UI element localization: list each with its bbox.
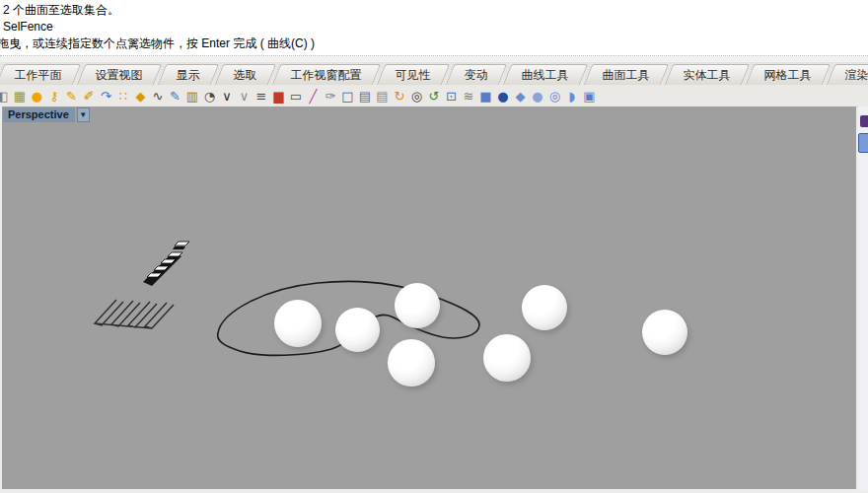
sphere-object xyxy=(274,300,322,347)
tab-label: 网格工具 xyxy=(764,67,812,84)
named-view-icon[interactable]: ⊡ xyxy=(443,88,460,105)
sphere-tool-icon[interactable]: ● xyxy=(495,88,512,105)
command-prompt[interactable]: 拖曳，或连续指定数个点篱选物件，按 Enter 完成 ( 曲线(C) ) xyxy=(0,35,868,52)
tab-label: 工作平面 xyxy=(15,67,62,84)
undo-curve-icon[interactable]: ↷ xyxy=(98,88,114,105)
cube-icon[interactable]: ■ xyxy=(477,88,494,105)
bar-chart-icon[interactable]: ▆ xyxy=(270,88,287,105)
tab-label: 设置视图 xyxy=(96,67,143,84)
tab-label: 渲染工具 xyxy=(845,67,868,84)
curve-points-icon[interactable]: ∿ xyxy=(150,88,167,105)
tab-label: 显示 xyxy=(177,67,200,84)
tab-5[interactable]: 工作视窗配置 xyxy=(272,64,381,85)
dock-icon[interactable]: ≋ xyxy=(461,88,477,105)
chevron-down-icon: ▼ xyxy=(79,110,87,119)
brush-icon[interactable]: ✐ xyxy=(81,88,98,105)
comb-wireframe-object xyxy=(95,300,174,328)
blob-icon[interactable]: ◗ xyxy=(564,88,581,105)
fan-gray-icon[interactable]: ▤ xyxy=(374,88,391,105)
monitor-icon[interactable]: □ xyxy=(339,88,356,105)
lamp-icon[interactable]: ● xyxy=(29,88,45,105)
command-history-line: 2 个曲面至选取集合。 xyxy=(0,0,868,19)
pencil-icon[interactable]: ✎ xyxy=(167,88,183,105)
tab-7[interactable]: 变动 xyxy=(446,64,507,85)
magnifier-icon[interactable]: ◎ xyxy=(408,88,425,105)
fan-pages-icon[interactable]: ▤ xyxy=(357,88,374,105)
tab-9[interactable]: 曲面工具 xyxy=(584,64,669,85)
sphere-object xyxy=(642,310,687,355)
lock-icon[interactable]: ◧ xyxy=(0,88,11,105)
panel-icon[interactable]: ▭ xyxy=(288,88,305,105)
dot-grid-icon[interactable]: ∷ xyxy=(115,88,132,105)
tab-11[interactable]: 网格工具 xyxy=(746,64,831,85)
command-history-line: SelFence xyxy=(0,19,868,35)
tab-label: 可见性 xyxy=(396,67,431,84)
tab-1[interactable]: 工作平面 xyxy=(0,64,81,85)
tab-label: 变动 xyxy=(465,67,488,84)
tab-label: 实体工具 xyxy=(684,67,731,84)
sphere-object xyxy=(522,285,567,330)
ellipsoid-icon[interactable]: ● xyxy=(530,88,546,105)
tab-label: 选取 xyxy=(234,67,257,84)
line-tool-icon[interactable]: ╱ xyxy=(305,88,322,105)
viewport-dropdown-button[interactable]: ▼ xyxy=(77,107,90,122)
key-icon[interactable]: ⚷ xyxy=(46,88,63,105)
stair-object-slat-shadow xyxy=(173,246,185,249)
torus-icon[interactable]: ◎ xyxy=(546,88,563,105)
toolbar-tab-bar: 工作平面设置视图显示选取工作视窗配置可见性变动曲线工具曲面工具实体工具网格工具渲… xyxy=(0,62,868,85)
perspective-viewport[interactable]: Perspective ▼ xyxy=(0,106,856,491)
tab-2[interactable]: 设置视图 xyxy=(77,64,162,85)
gauge-icon[interactable]: ◔ xyxy=(201,88,218,105)
main-toolbar: ◧▦●⚷✎✐↷∷◆∿✎▥◔∨∨≡▆▭╱✑□▤▤↻◎↺⊡≋■●◆●◎◗▣ xyxy=(0,85,868,107)
selection-box-icon[interactable]: ▣ xyxy=(581,88,598,105)
docked-panel-icon[interactable] xyxy=(860,115,868,127)
prism-icon[interactable]: ◆ xyxy=(512,88,529,105)
tab-label: 曲面工具 xyxy=(603,67,650,84)
sphere-object xyxy=(335,308,380,352)
v-curve-icon[interactable]: ∨ xyxy=(219,88,236,105)
viewport-title[interactable]: Perspective xyxy=(3,107,75,122)
nut-icon[interactable]: ◆ xyxy=(132,88,149,105)
tab-label: 工作视窗配置 xyxy=(291,67,362,84)
image-frame-icon[interactable]: ▦ xyxy=(12,88,29,105)
tab-3[interactable]: 显示 xyxy=(158,64,219,85)
sketch-pad-icon[interactable]: ✑ xyxy=(323,88,339,105)
levels-icon[interactable]: ≡ xyxy=(253,88,270,105)
tab-label: 曲线工具 xyxy=(522,67,569,84)
sphere-object xyxy=(388,339,435,387)
v-dashed-curve-icon[interactable]: ∨ xyxy=(236,88,253,105)
tab-8[interactable]: 曲线工具 xyxy=(503,64,588,85)
docked-panel-icon[interactable] xyxy=(858,133,868,153)
tab-10[interactable]: 实体工具 xyxy=(665,64,750,85)
tab-6[interactable]: 可见性 xyxy=(377,64,450,85)
rotate-view-icon[interactable]: ↺ xyxy=(426,88,443,105)
rail-array-icon[interactable]: ▥ xyxy=(184,88,201,105)
tab-12[interactable]: 渲染工具 xyxy=(827,64,868,85)
viewport-title-bar: Perspective ▼ xyxy=(3,107,90,122)
command-history-area: 2 个曲面至选取集合。 SelFence 拖曳，或连续指定数个点篱选物件，按 E… xyxy=(0,0,868,56)
right-docked-toolbar[interactable] xyxy=(858,106,868,491)
spray-icon[interactable]: ✎ xyxy=(63,88,80,105)
sphere-object xyxy=(395,283,440,328)
sphere-object xyxy=(483,334,531,382)
tab-4[interactable]: 选取 xyxy=(215,64,276,85)
orbit-arrow-icon[interactable]: ↻ xyxy=(392,88,408,105)
